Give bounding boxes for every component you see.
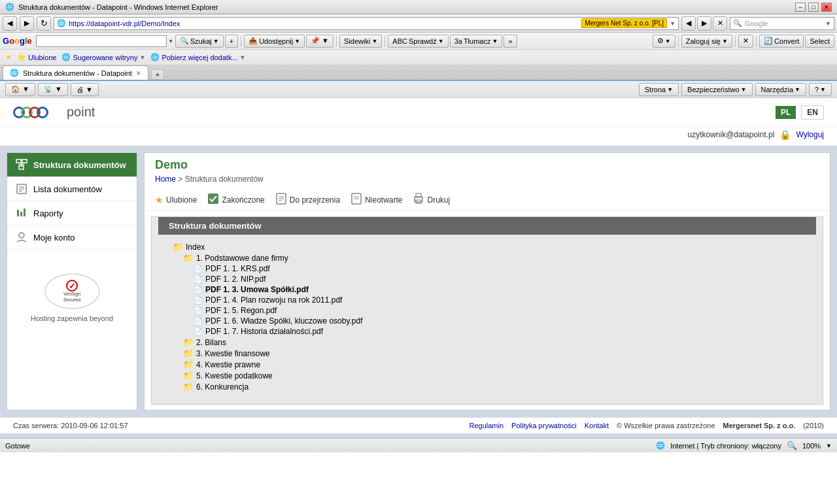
restore-button[interactable]: □ [808, 3, 819, 12]
sprawdz-dropdown-icon[interactable]: ▼ [438, 38, 444, 44]
lock-icon: 🔒 [779, 129, 791, 140]
tree-item-pdf-krs[interactable]: 📄 PDF 1. 1. KRS.pdf [162, 263, 812, 274]
zoom-level: 100% [802, 442, 821, 450]
close-toolbar-button[interactable]: ✕ [738, 35, 753, 48]
pin-button[interactable]: 📌 ▼ [306, 35, 333, 48]
new-tab-button[interactable]: + [151, 69, 164, 80]
sidebar-item-label-struktura: Struktura dokumentów [33, 160, 126, 170]
forward-button[interactable]: ▶ [20, 16, 34, 31]
tree-item-pdf-umowa[interactable]: 📄 PDF 1. 3. Umowa Spółki.pdf [162, 284, 812, 295]
more-button[interactable]: » [504, 35, 517, 48]
page-button[interactable]: Strona ▼ [639, 83, 679, 96]
minimize-button[interactable]: – [795, 3, 806, 12]
udostepnij-button[interactable]: 📤 Udostępnij ▼ [244, 35, 305, 48]
zoom-dropdown-icon[interactable]: ▼ [826, 443, 832, 449]
browser-search-bar[interactable]: 🔍 Google ▼ [730, 17, 834, 30]
help-button[interactable]: ? ▼ [809, 83, 832, 96]
favorites-link[interactable]: ⭐ Ulubione [17, 53, 56, 61]
folder-icon: 📁 [183, 348, 194, 358]
sidebar-item-moje-konto[interactable]: Moje konto [7, 226, 137, 250]
feeds-button[interactable]: 📡 ▼ [38, 83, 68, 96]
tree-item-pdf-plan[interactable]: 📄 PDF 1. 4. Plan rozwoju na rok 2011.pdf [162, 295, 812, 305]
action-drukuj[interactable]: Drukuj [413, 193, 450, 207]
convert-button[interactable]: 🔄 Convert [759, 35, 804, 48]
close-button[interactable]: ✕ [821, 3, 832, 12]
tree-item-pdf-nip[interactable]: 📄 PDF 1. 2. NIP.pdf [162, 274, 812, 284]
lang-pl-button[interactable]: PL [776, 106, 796, 119]
breadcrumb-home[interactable]: Home [155, 175, 176, 184]
back-button[interactable]: ◀ [3, 16, 17, 31]
company-name: Mergersnet Sp. z o.o. [723, 422, 796, 429]
search-dropdown-icon[interactable]: ▼ [825, 20, 831, 27]
tree-item-index[interactable]: 📁 Index [162, 241, 812, 252]
refresh-button[interactable]: ↻ [37, 16, 51, 31]
sprawdz-button[interactable]: ABC Sprawdź ▼ [388, 35, 448, 48]
udostepnij-dropdown-icon[interactable]: ▼ [294, 38, 300, 44]
tlumacz-button[interactable]: 3a Tłumacz ▼ [450, 35, 503, 48]
dropdown-icon[interactable]: ▼ [670, 20, 675, 27]
print-button[interactable]: 🖨 ▼ [71, 83, 99, 96]
plus-button[interactable]: + [225, 35, 238, 48]
sidebar-item-struktura[interactable]: Struktura dokumentów [7, 153, 137, 177]
tools-button[interactable]: Narzędzia ▼ [755, 83, 806, 96]
addons-icon: 🌐 [150, 53, 160, 61]
sidewiki-button[interactable]: Sidewiki ▼ [339, 35, 382, 48]
tree-item-pdf-regon[interactable]: 📄 PDF 1. 5. Regon.pdf [162, 305, 812, 316]
sidewiki-dropdown-icon[interactable]: ▼ [371, 38, 377, 44]
sidebar-item-raporty[interactable]: Raporty [7, 201, 137, 226]
logout-link[interactable]: Wyloguj [796, 130, 824, 139]
sidebar-item-lista[interactable]: Lista dokumentów [7, 177, 137, 201]
szukaj-dropdown-icon[interactable]: ▼ [213, 38, 219, 44]
zaloguj-dropdown-icon[interactable]: ▼ [722, 38, 728, 44]
folder-icon: 📁 [183, 360, 194, 369]
addons-dropdown-icon[interactable]: ▼ [240, 54, 246, 61]
page-wrapper: point PL EN uzytkownik@datapoint.pl 🔒 Wy… [0, 98, 837, 438]
pdf-icon: 📄 [194, 317, 203, 326]
kontakt-link[interactable]: Kontakt [585, 422, 609, 429]
google-input-dropdown[interactable]: ▼ [168, 38, 174, 44]
get-addons-link[interactable]: 🌐 Pobierz więcej dodatk... ▼ [150, 53, 245, 61]
security-button[interactable]: Bezpieczeństwo ▼ [681, 83, 752, 96]
page-dropdown-icon: ▼ [667, 86, 673, 93]
lang-en-button[interactable]: EN [801, 105, 824, 120]
suggested-dropdown-icon[interactable]: ▼ [139, 54, 145, 61]
tree-item-pdf-historia[interactable]: 📄 PDF 1. 7. Historia działalności.pdf [162, 326, 812, 337]
tree-item-folder-1[interactable]: 📁 1. Podstawowe dane firmy [162, 252, 812, 263]
tree-item-podatkowe[interactable]: 📁 5. Kwestie podatkowe [162, 370, 812, 381]
site-logo: point [13, 105, 95, 120]
tab-icon: 🌐 [10, 69, 19, 77]
tree-item-konkurencja[interactable]: 📁 6. Konkurencja [162, 381, 812, 392]
raporty-icon [15, 207, 28, 220]
regulamin-link[interactable]: Regulamin [469, 422, 504, 429]
suggested-sites-link[interactable]: 🌐 Sugerowane witryny ▼ [61, 53, 145, 61]
separator-5 [735, 35, 736, 47]
separator-3 [384, 35, 385, 47]
tree-item-bilans[interactable]: 📁 2. Bilans [162, 337, 812, 348]
action-zakonczone[interactable]: Zakończone [207, 193, 264, 207]
sidebar-item-label-raporty: Raporty [33, 209, 63, 218]
select-button[interactable]: Select [805, 35, 834, 48]
zaloguj-button[interactable]: Zaloguj się ▼ [681, 35, 732, 48]
tree-item-pdf-wladze[interactable]: 📄 PDF 1. 6. Władze Spółki, kluczowe osob… [162, 316, 812, 326]
tab-close-icon[interactable]: ✕ [136, 70, 141, 76]
action-do-przejrzenia[interactable]: Do przejrzenia [275, 193, 340, 207]
nav-stop-button[interactable]: ✕ [713, 16, 727, 31]
help-dropdown-icon: ▼ [820, 86, 826, 93]
polityka-link[interactable]: Polityka prywatności [511, 422, 577, 429]
prev-nav-button[interactable]: ◀ [681, 16, 696, 31]
settings-button[interactable]: ⚙ ▼ [653, 35, 675, 48]
google-search-input[interactable] [36, 35, 167, 47]
server-time-label: Czas serwera: [13, 422, 59, 429]
szukaj-button[interactable]: 🔍 Szukaj ▼ [175, 35, 224, 48]
ie-toolbar-bar: 🏠 ▼ 📡 ▼ 🖨 ▼ Strona ▼ Bezpieczeństwo ▼ Na… [0, 81, 837, 98]
active-tab[interactable]: 🌐 Struktura dokumentów - Datapoint ✕ [3, 65, 148, 80]
action-ulubione[interactable]: ★ Ulubione [155, 195, 197, 205]
action-nieotwarte[interactable]: Nieotwarte [350, 193, 402, 207]
tree-item-prawne[interactable]: 📁 4. Kwestie prawne [162, 359, 812, 370]
home-button[interactable]: 🏠 ▼ [5, 83, 35, 96]
settings-dropdown-icon[interactable]: ▼ [665, 38, 671, 44]
next-nav-button[interactable]: ▶ [697, 16, 711, 31]
tree-item-finansowe[interactable]: 📁 3. Kwestie finansowe [162, 348, 812, 359]
tlumacz-dropdown-icon[interactable]: ▼ [492, 38, 498, 44]
address-bar[interactable]: 🌐 https://datapoint-vdr.pl/Demo/Index Me… [54, 17, 679, 30]
